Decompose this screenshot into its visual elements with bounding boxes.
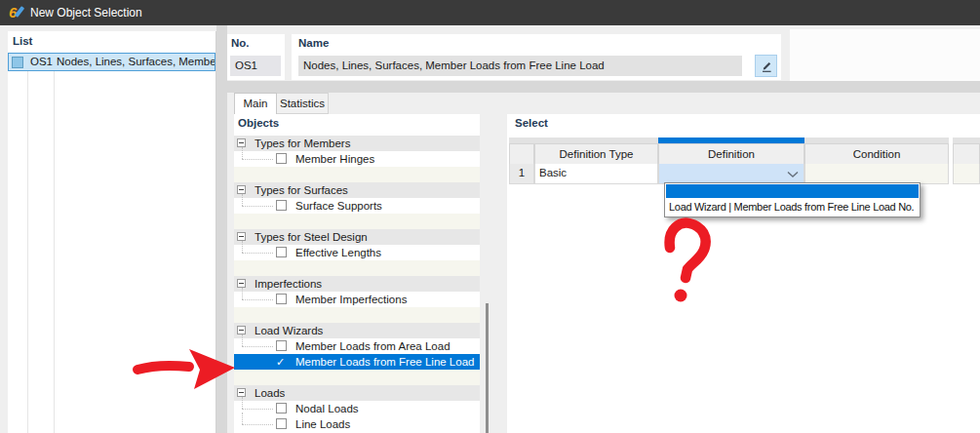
column-header-definition[interactable]: Definition <box>658 143 804 165</box>
extra-cell <box>953 164 980 184</box>
checkbox[interactable] <box>276 153 287 164</box>
list-panel: List OS1 Nodes, Lines, Surfaces, Member … <box>8 31 216 433</box>
checkbox[interactable] <box>276 418 287 429</box>
tree-item-effective-lengths[interactable]: Effective Lengths <box>234 245 480 260</box>
tab-main[interactable]: Main <box>234 93 277 114</box>
tree-group-loads[interactable]: Loads <box>234 385 480 401</box>
tree-label: Member Imperfections <box>295 292 407 307</box>
definition-type-cell[interactable]: Basic <box>534 164 658 184</box>
minus-box-collapse-icon[interactable] <box>237 232 246 241</box>
condition-cell[interactable] <box>804 164 949 184</box>
tree-spacer-row <box>234 167 480 182</box>
dialog-title: New Object Selection <box>30 0 142 25</box>
row-number-header <box>509 143 534 165</box>
no-field-card: No. OS1 <box>227 34 285 80</box>
background-area <box>790 29 980 81</box>
tab-statistics[interactable]: Statistics <box>277 93 329 114</box>
tree-spacer-row <box>234 214 480 229</box>
checkmark-icon: ✓ <box>276 354 285 370</box>
tree-label: Nodal Loads <box>295 401 359 416</box>
minus-box-collapse-icon[interactable] <box>237 388 246 397</box>
tree-spacer-row <box>234 370 480 385</box>
tree-item-member-hinges[interactable]: Member Hinges <box>234 151 480 167</box>
checkbox[interactable] <box>276 403 287 413</box>
objects-scrollbar-thumb[interactable] <box>486 303 489 433</box>
name-field-card: Name Nodes, Lines, Surfaces, Member Load… <box>292 34 781 80</box>
objects-panel: Objects Types for MembersMember HingesTy… <box>234 114 480 433</box>
objects-panel-label: Objects <box>238 117 279 129</box>
no-label: No. <box>231 37 250 49</box>
tree-label: Member Hinges <box>295 151 374 167</box>
checkbox[interactable] <box>276 200 287 211</box>
checkbox[interactable] <box>276 340 287 351</box>
tree-label: Types for Steel Design <box>255 229 368 245</box>
tree-spacer-row <box>234 307 480 323</box>
chevron-down-icon <box>787 172 799 177</box>
checkbox[interactable] <box>276 247 287 257</box>
tree-item-member-loads-from-free-line-load[interactable]: ✓Member Loads from Free Line Load <box>234 354 480 370</box>
list-item-name: Nodes, Lines, Surfaces, Member Lo <box>57 54 215 70</box>
dialog-titlebar[interactable]: 6 New Object Selection <box>0 0 980 25</box>
checkbox[interactable] <box>276 294 287 304</box>
column-header-condition[interactable]: Condition <box>804 143 949 165</box>
tree-label: Imperfections <box>255 276 322 292</box>
select-panel-label: Select <box>515 117 548 129</box>
tree-item-surface-supports[interactable]: Surface Supports <box>234 198 480 214</box>
tree-group-load-wizards[interactable]: Load Wizards <box>234 323 480 338</box>
column-header-definition-type[interactable]: Definition Type <box>534 143 658 165</box>
rfem6-app-icon: 6 <box>9 4 26 21</box>
minus-box-collapse-icon[interactable] <box>237 326 246 335</box>
tree-label: Member Loads from Area Load <box>295 338 451 354</box>
name-label: Name <box>298 37 329 49</box>
list-item-os1[interactable]: OS1 Nodes, Lines, Surfaces, Member Lo <box>8 53 216 71</box>
tree-label: Loads <box>255 385 285 401</box>
tree-label: Effective Lengths <box>295 245 381 260</box>
vertical-splitter[interactable] <box>216 25 227 433</box>
definition-dropdown-list: Load Wizard | Member Loads from Free Lin… <box>664 182 921 217</box>
tree-item-nodal-loads[interactable]: Nodal Loads <box>234 401 480 416</box>
tree-label: Member Loads from Free Line Load <box>295 354 474 370</box>
no-input[interactable]: OS1 <box>230 56 281 76</box>
tree-group-types-for-surfaces[interactable]: Types for Surfaces <box>234 182 480 198</box>
minus-box-collapse-icon[interactable] <box>237 185 246 194</box>
objects-tree: Types for MembersMember HingesTypes for … <box>234 136 480 432</box>
row-number-cell: 1 <box>509 164 534 184</box>
list-panel-label: List <box>13 35 32 47</box>
tree-item-member-loads-from-area-load[interactable]: Member Loads from Area Load <box>234 338 480 354</box>
tree-spacer-row <box>234 260 480 276</box>
tree-label: Line Loads <box>295 416 350 432</box>
object-selection-icon <box>12 57 23 68</box>
minus-box-collapse-icon[interactable] <box>237 279 246 288</box>
tree-group-imperfections[interactable]: Imperfections <box>234 276 480 292</box>
new-object-selection-dialog: 6 New Object Selection List OS1 Nodes, L… <box>0 0 980 433</box>
list-item-number: OS1 <box>30 54 56 70</box>
tree-label: Surface Supports <box>295 198 382 214</box>
tree-label: Types for Members <box>255 136 350 151</box>
list-column-separator <box>27 71 28 433</box>
rename-button[interactable] <box>755 55 777 77</box>
tree-group-types-for-steel-design[interactable]: Types for Steel Design <box>234 229 480 245</box>
name-input[interactable]: Nodes, Lines, Surfaces, Member Loads fro… <box>298 56 742 76</box>
tree-group-types-for-members[interactable]: Types for Members <box>234 136 480 151</box>
tree-label: Load Wizards <box>255 323 323 338</box>
column-header-extra <box>953 143 980 165</box>
tab-statistics-label: Statistics <box>280 98 325 109</box>
dropdown-item-blank[interactable] <box>666 184 919 198</box>
select-table: Definition Type Definition Condition 1 B… <box>509 138 980 185</box>
tree-item-member-imperfections[interactable]: Member Imperfections <box>234 292 480 307</box>
tree-label: Types for Surfaces <box>255 182 348 198</box>
tab-main-label: Main <box>244 98 268 109</box>
select-panel: Select Definition Type Definition Condit… <box>507 114 980 433</box>
horizontal-splitter <box>227 81 980 93</box>
dropdown-item-load-wizard[interactable]: Load Wizard | Member Loads from Free Lin… <box>666 198 919 216</box>
tree-item-line-loads[interactable]: Line Loads <box>234 416 480 432</box>
minus-box-collapse-icon[interactable] <box>237 138 246 147</box>
definition-dropdown-cell[interactable] <box>658 164 804 184</box>
list-column-separator <box>54 71 55 433</box>
pencil-icon <box>760 59 773 73</box>
